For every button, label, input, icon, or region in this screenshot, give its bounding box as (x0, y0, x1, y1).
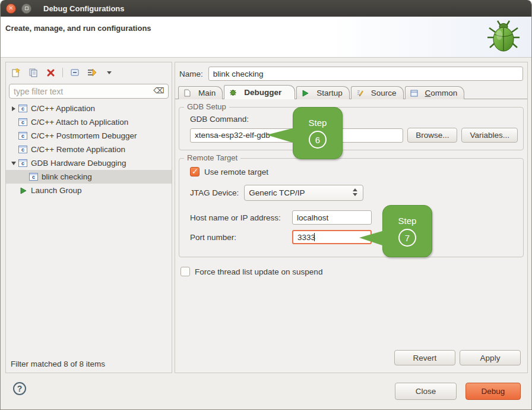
remote-target-group: Remote Target Use remote target JTAG Dev… (179, 158, 524, 257)
tab-startup[interactable]: Startup (296, 86, 350, 99)
text-caret (314, 233, 315, 241)
dialog-subtitle: Create, manage, and run configurations (5, 24, 151, 33)
view-menu-dropdown-icon[interactable] (104, 67, 115, 78)
gdb-setup-legend: GDB Setup (184, 102, 229, 111)
host-row: Host name or IP address: (190, 210, 518, 225)
help-button[interactable]: ? (13, 382, 26, 395)
c-app-icon: c (18, 159, 27, 167)
tab-main[interactable]: Main (178, 86, 223, 99)
sidebar-toolbar (6, 62, 172, 80)
callout-pointer (267, 128, 294, 143)
tree-item-cpp-remote[interactable]: c C/C++ Remote Application (6, 143, 172, 156)
callout-step-number: 7 (398, 229, 416, 247)
port-row: Port number: (190, 230, 518, 244)
debug-bug-icon (486, 19, 521, 56)
debug-button[interactable]: Debug (466, 383, 521, 400)
source-icon (356, 89, 365, 97)
step-6-callout: Step 6 (293, 107, 343, 159)
delete-config-icon[interactable] (45, 67, 56, 78)
tab-source[interactable]: Source (351, 86, 404, 99)
variables-button[interactable]: Variables... (461, 128, 518, 143)
host-input[interactable] (292, 210, 372, 225)
tab-label: Source (371, 89, 397, 97)
tree-item-gdb-hardware-debugging[interactable]: c GDB Hardware Debugging (6, 156, 172, 170)
debug-configurations-dialog: ✕ Debug Configurations Create, manage, a… (0, 0, 532, 410)
browse-button[interactable]: Browse... (407, 128, 457, 143)
host-label: Host name or IP address: (190, 213, 292, 222)
tab-debugger[interactable]: Debugger (224, 85, 295, 99)
filter-input[interactable] (9, 84, 169, 99)
dialog-footer: ? Close Debug (1, 373, 531, 409)
tab-label: Debugger (244, 88, 281, 97)
tree-item-label: blink checking (42, 172, 92, 181)
c-app-icon: c (29, 173, 38, 181)
tree-item-label: C/C++ Application (31, 104, 95, 113)
tree-item-label: Launch Group (31, 186, 82, 195)
chevron-right-icon[interactable] (9, 106, 18, 111)
name-row: Name: (175, 62, 527, 85)
spinner-icon (353, 188, 357, 196)
force-thread-row: Force thread list update on suspend (180, 267, 527, 276)
gdb-command-row: Browse... Variables... (190, 128, 518, 143)
revert-button[interactable]: Revert (394, 350, 455, 365)
tree-item-cpp-attach[interactable]: c C/C++ Attach to Application (6, 115, 172, 129)
run-icon (301, 90, 310, 97)
collapse-all-icon[interactable] (69, 67, 80, 78)
new-launch-config-icon[interactable] (11, 67, 21, 78)
tree-item-launch-group[interactable]: Launch Group (6, 184, 172, 197)
backspace-clear-icon[interactable]: ⌫ (154, 86, 164, 95)
name-input[interactable] (208, 67, 523, 81)
callout-pointer (359, 231, 384, 246)
tree-item-label: C/C++ Postmortem Debugger (31, 131, 137, 140)
tree-item-cpp-postmortem[interactable]: c C/C++ Postmortem Debugger (6, 129, 172, 143)
debugger-tab-content: GDB Setup GDB Command: Browse... Variabl… (175, 99, 527, 373)
jtag-device-row: JTAG Device: Generic TCP/IP (190, 185, 518, 201)
jtag-device-select[interactable]: Generic TCP/IP (244, 185, 363, 201)
callout-word: Step (398, 216, 417, 226)
titlebar: ✕ Debug Configurations (1, 0, 531, 17)
duplicate-config-icon[interactable] (28, 67, 39, 78)
bug-icon (229, 89, 238, 96)
launch-group-icon (18, 187, 27, 194)
tree-item-cpp-application[interactable]: c C/C++ Application (6, 102, 172, 115)
c-app-icon: c (18, 132, 27, 140)
toolbar-separator (62, 68, 63, 77)
dialog-header: Create, manage, and run configurations (1, 17, 531, 58)
c-app-icon: c (18, 146, 27, 153)
callout-step-number: 6 (309, 131, 327, 149)
tab-common[interactable]: Common (405, 86, 465, 99)
launch-config-sidebar: ⌫ c C/C++ Application c C/C++ Attach to … (5, 62, 172, 373)
use-remote-target-checkbox[interactable] (190, 167, 200, 176)
chevron-down-icon[interactable] (9, 162, 18, 165)
c-app-icon: c (18, 105, 27, 112)
use-remote-target-row: Use remote target (190, 167, 518, 176)
footer-actions: Close Debug (395, 383, 521, 400)
window-title: Debug Configurations (43, 4, 125, 13)
gdb-command-label: GDB Command: (190, 115, 518, 124)
filter-launch-configs-icon[interactable] (87, 67, 97, 78)
config-tabs: Main Debugger Startup Source Common (178, 85, 527, 99)
jtag-device-value: Generic TCP/IP (249, 188, 305, 197)
tree-item-blink-checking[interactable]: c blink checking (6, 170, 172, 184)
step-7-callout: Step 7 (382, 205, 432, 257)
port-label: Port number: (190, 233, 292, 242)
tab-label: Main (198, 89, 216, 97)
tree-item-label: GDB Hardware Debugging (31, 159, 126, 168)
use-remote-target-label: Use remote target (204, 168, 268, 176)
filter-status: Filter matched 8 of 8 items (11, 359, 105, 368)
tab-label: Common (425, 89, 458, 97)
apply-button[interactable]: Apply (460, 350, 521, 365)
minimize-icon[interactable] (21, 4, 31, 14)
filter-box: ⌫ (9, 84, 169, 99)
force-thread-checkbox[interactable] (180, 267, 190, 276)
close-button[interactable]: Close (395, 383, 457, 400)
close-icon[interactable]: ✕ (6, 4, 16, 14)
form-actions: Revert Apply (394, 350, 521, 365)
gdb-setup-group: GDB Setup GDB Command: Browse... Variabl… (179, 107, 524, 150)
tab-label: Startup (316, 89, 343, 97)
launch-config-tree: c C/C++ Application c C/C++ Attach to Ap… (6, 102, 172, 197)
jtag-device-label: JTAG Device: (190, 188, 239, 197)
force-thread-label: Force thread list update on suspend (195, 267, 322, 276)
config-editor-panel: Name: Main Debugger Startup Source (175, 62, 528, 373)
common-icon (410, 90, 419, 97)
